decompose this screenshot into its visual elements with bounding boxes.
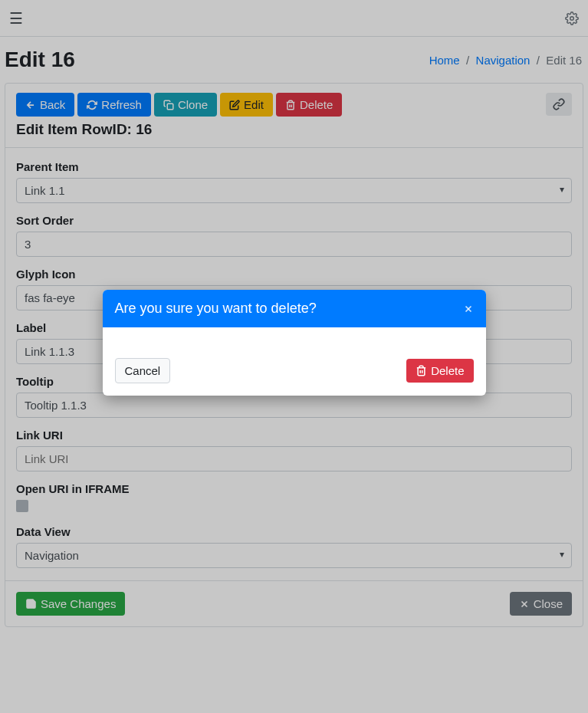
modal-close-button[interactable] xyxy=(463,304,474,314)
modal-cancel-button[interactable]: Cancel xyxy=(115,358,171,383)
modal-delete-button[interactable]: Delete xyxy=(406,359,473,383)
confirm-delete-modal: Are you sure you want to delete? Cancel … xyxy=(103,290,486,396)
trash-icon xyxy=(416,365,427,376)
close-icon xyxy=(463,304,474,314)
modal-title: Are you sure you want to delete? xyxy=(115,301,317,317)
modal-overlay[interactable]: Are you sure you want to delete? Cancel … xyxy=(0,0,588,713)
